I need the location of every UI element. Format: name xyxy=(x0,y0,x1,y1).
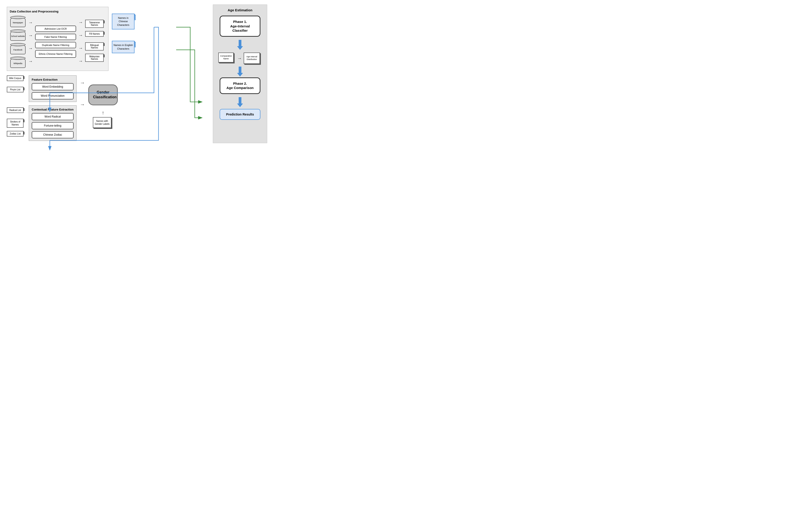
contextual-items: Word Radical Fortune-telling Chinese Zod… xyxy=(32,113,74,138)
source-facebook: Facebook xyxy=(10,43,26,54)
source-newspaper: Newspaper xyxy=(10,15,26,27)
english-names-box: Names in English Characters xyxy=(112,41,137,53)
chinese-zodiac-box: Chinese Zodiac xyxy=(32,131,74,138)
contextual-inputs: Radical List Strokes of Names Zodiac Lis… xyxy=(7,107,25,139)
bilingual-names-stack: Bilingual Names xyxy=(85,42,105,52)
prediction-results-box: Prediction Results xyxy=(220,109,260,120)
age-interval-stack: Age Interval Distribution xyxy=(244,53,262,64)
fb-names-stack: FB Names xyxy=(85,31,105,40)
data-collection-box: Data Collection and Preprocessing Newspa… xyxy=(7,7,108,71)
top-area: Data Collection and Preprocessing Newspa… xyxy=(7,7,210,71)
gender-classification-area: Gender Classification ↑ Names with Gende… xyxy=(88,84,118,128)
filter-duplicate: Duplicate Name Filtering xyxy=(35,42,76,48)
radical-list-stack: Radical List xyxy=(7,107,25,116)
pinyin-list-stack: Pinyin List xyxy=(7,87,25,95)
filter-to-names-arrows: → → → → xyxy=(78,17,83,66)
filter-ocr: Admission List OCR xyxy=(35,25,76,32)
comparison-area: Comparative Name → Age Interval Distribu… xyxy=(218,53,262,64)
age-estimation-section: Age Estimation Phase 1. Age-Interval Cla… xyxy=(213,4,267,143)
phase1-title: Phase 1. Age-Interval Classifier xyxy=(223,19,258,33)
feature-items: Word Embedding Word Pronunciation xyxy=(32,83,74,99)
feature-contextual-boxes: Feature Extraction Word Embedding Word P… xyxy=(29,75,77,141)
phase2-box: Phase 2. Age Comparison xyxy=(220,77,260,94)
comparative-name-stack: Comparative Name xyxy=(218,53,236,62)
feature-extraction-title: Feature Extraction xyxy=(32,78,74,81)
strokes-stack: Strokes of Names xyxy=(7,119,25,128)
name-type-boxes: Names in Chinese Characters Names in Eng… xyxy=(112,14,137,53)
source-wikipedia: Wikipedia xyxy=(10,56,26,68)
filter-list: Admission List OCR Fake Name Filtering D… xyxy=(35,25,76,58)
filter-fake: Fake Name Filtering xyxy=(35,34,76,40)
chinese-names-box: Names in Chinese Characters xyxy=(112,14,137,29)
filter-ethnic: Ethnic-Chinese Name Filtering xyxy=(35,50,76,58)
contextual-extraction-box: Contextual Feature Extraction Word Radic… xyxy=(29,105,77,141)
word-radical-box: Word Radical xyxy=(32,113,74,120)
left-section: Data Collection and Preprocessing Newspa… xyxy=(4,4,213,143)
malaysian-names-stack: Malaysian Names xyxy=(85,54,105,63)
source-school: School website xyxy=(10,29,26,41)
feature-inputs: Wiki Corpus Pinyin List xyxy=(7,75,25,95)
contextual-extraction-title: Contextual Feature Extraction xyxy=(32,108,74,111)
bottom-inputs: Wiki Corpus Pinyin List Radica xyxy=(7,75,25,139)
data-collection-title: Data Collection and Preprocessing xyxy=(10,10,105,13)
data-collection-inner: Newspaper School website xyxy=(10,15,105,68)
feature-extraction-box: Feature Extraction Word Embedding Word P… xyxy=(29,75,77,102)
phase2-title: Phase 2. Age Comparison xyxy=(223,81,258,90)
wiki-corpus-stack: Wiki Corpus xyxy=(7,75,25,84)
diagram-container: Data Collection and Preprocessing Newspa… xyxy=(4,4,267,143)
gender-classification-box: Gender Classification xyxy=(88,84,118,105)
arrow-1 xyxy=(237,40,243,50)
prediction-results-label: Prediction Results xyxy=(222,113,258,116)
bottom-area: Wiki Corpus Pinyin List Radica xyxy=(7,75,210,141)
fortune-telling-box: Fortune-telling xyxy=(32,122,74,129)
phase1-box: Phase 1. Age-Interval Classifier xyxy=(220,16,260,37)
gender-labels-stack: Names with Gender Labels xyxy=(93,117,113,128)
zodiac-list-stack: Zodiac List xyxy=(7,131,25,139)
taiwanese-names-stack: Taiwanese Names xyxy=(85,20,105,29)
age-estimation-title: Age Estimation xyxy=(227,8,252,12)
source-list: Newspaper School website xyxy=(10,15,26,68)
name-groups: Taiwanese Names FB Names Bilingual xyxy=(85,20,105,64)
arrow-3 xyxy=(237,97,243,107)
to-gender-area: → → xyxy=(80,80,85,107)
arrow-2 xyxy=(237,66,243,77)
word-embedding-box: Word Embedding xyxy=(32,83,74,91)
word-pronunciation-box: Word Pronunciation xyxy=(32,92,74,99)
source-to-filter-arrows: → → → → xyxy=(28,17,33,66)
